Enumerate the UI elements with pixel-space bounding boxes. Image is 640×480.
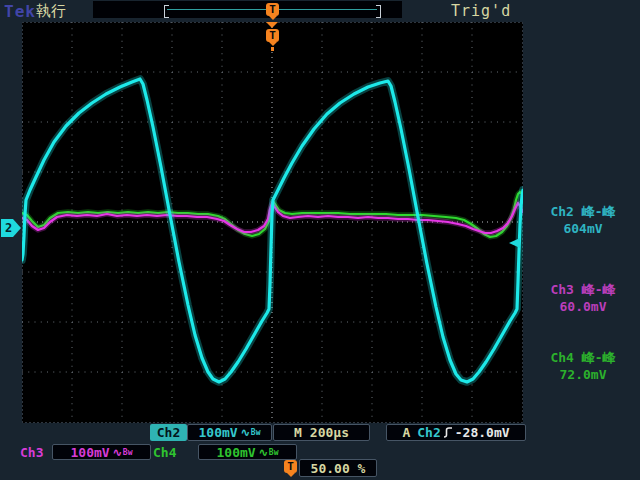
ch3-scale-readout: 100mV ∿ Bw [52,444,151,460]
measurement-ch4-value: 72.0mV [527,366,639,383]
ch4-coupling-icon: ∿ [259,446,268,459]
measurement-ch2-value: 604mV [527,220,639,237]
trace-ch2 [22,79,523,382]
ch2-bandwidth-icon: Bw [251,428,261,437]
ch2-scale-value: 100mV [199,425,238,440]
ch3-scale-value: 100mV [71,445,110,460]
trigger-position-readout-icon: T [284,460,297,473]
tek-logo: Tek [4,2,36,21]
ch3-channel-label: Ch3 [20,445,43,461]
waveform-plot [22,22,523,423]
oscilloscope-screen: Tek 執行 Trig'd T T 2 Ch2 峰-峰 604mV Ch3 峰-… [0,0,640,480]
trigger-position-value: 50.00 % [311,461,366,476]
record-window-left-bracket [164,5,169,18]
ch2-channel-chip: Ch2 [150,424,187,441]
trigger-status: Trig'd [451,2,511,20]
trigger-mode-label: A [402,425,410,440]
trigger-position-arrow-icon [266,22,278,28]
rising-slope-icon [443,426,453,439]
graticule [22,22,523,423]
ch2-scale-readout: 100mV ∿ Bw [187,424,272,441]
ch2-coupling-icon: ∿ [241,426,250,439]
trigger-position-badge-icon: T [266,29,279,42]
ch4-channel-label: Ch4 [153,445,176,461]
measurement-ch3-label: Ch3 峰-峰 [527,281,639,298]
trigger-readout: A Ch2 -28.0mV [386,424,526,441]
record-window-right-bracket [376,5,381,18]
record-view-bar: T [93,1,402,18]
ch4-bandwidth-icon: Bw [269,448,279,457]
measurement-ch2: Ch2 峰-峰 604mV [527,203,639,237]
trigger-level-arrow-icon [509,238,520,248]
trigger-position-stem [271,47,274,51]
ch4-scale-readout: 100mV ∿ Bw [198,444,297,460]
measurement-ch4-label: Ch4 峰-峰 [527,349,639,366]
timebase-value: 200µs [310,425,349,440]
measurement-ch4: Ch4 峰-峰 72.0mV [527,349,639,383]
measurement-ch2-label: Ch2 峰-峰 [527,203,639,220]
ch3-coupling-icon: ∿ [113,446,122,459]
trigger-source: Ch2 [417,425,440,440]
measurement-ch3-value: 60.0mV [527,298,639,315]
trigger-position-readout: 50.00 % [299,459,377,477]
timebase-readout: M 200µs [273,424,370,441]
ch2-position-marker: 2 [1,219,21,237]
measurement-ch3: Ch3 峰-峰 60.0mV [527,281,639,315]
record-trigger-position-icon: T [266,3,279,16]
trigger-level-value: -28.0mV [455,425,510,440]
ch3-bandwidth-icon: Bw [123,448,133,457]
acquisition-status: 執行 [36,2,66,21]
timebase-label: M [294,425,302,440]
ch4-scale-value: 100mV [217,445,256,460]
